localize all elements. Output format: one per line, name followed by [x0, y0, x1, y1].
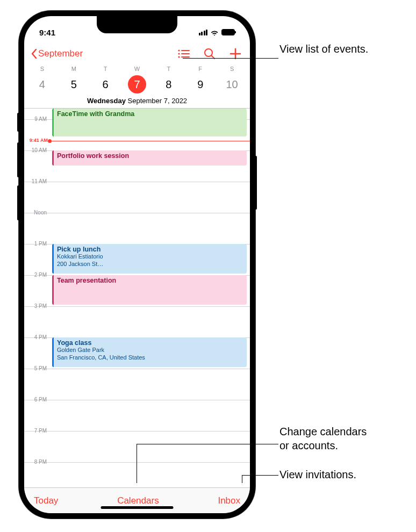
hour-label: Noon	[24, 210, 50, 215]
side-button-volume-down	[17, 185, 19, 220]
day-number[interactable]: 7	[128, 75, 146, 94]
hour-row: Noon	[24, 213, 250, 244]
battery-icon	[221, 29, 235, 35]
hour-label: 9 AM	[24, 116, 50, 122]
calendars-button[interactable]: Calendars	[117, 495, 159, 506]
side-button-mute	[17, 113, 19, 132]
toolbar: Today Calendars Inbox	[24, 487, 250, 513]
hour-label: 2 PM	[24, 272, 50, 278]
event-subtitle: 200 Jackson St…	[57, 261, 243, 268]
svg-rect-1	[181, 50, 190, 51]
day-number[interactable]: 5	[64, 75, 83, 94]
event-subtitle: San Francisco, CA, United States	[57, 354, 243, 362]
callout-line	[137, 444, 137, 483]
notch	[97, 16, 177, 33]
weekday-letter: T	[153, 66, 184, 75]
svg-rect-3	[181, 53, 190, 54]
day-number[interactable]: 6	[96, 75, 114, 94]
callout-line	[183, 58, 278, 59]
svg-rect-5	[181, 56, 190, 57]
calendar-event[interactable]: Portfolio work session	[52, 150, 247, 166]
current-time-indicator: 9:41 AM	[50, 141, 250, 141]
side-button-power	[255, 156, 257, 210]
event-subtitle: Kokkari Estiatorio	[57, 253, 243, 261]
hour-label: 10 AM	[24, 147, 50, 153]
hour-row: 6 PM	[24, 400, 250, 431]
event-subtitle: Golden Gate Park	[57, 347, 243, 354]
calendar-event[interactable]: FaceTime with Grandma	[52, 109, 247, 136]
hour-label: 5 PM	[24, 365, 50, 371]
calendar-event[interactable]: Pick up lunchKokkari Estiatorio200 Jacks…	[52, 244, 247, 274]
callout-calendars: Change calendars or accounts.	[279, 425, 367, 452]
hour-label: 7 PM	[24, 428, 50, 434]
list-icon	[178, 49, 190, 59]
callout-list: View list of events.	[279, 42, 368, 56]
weekday-letter: S	[26, 66, 58, 75]
hour-row: 5 PM	[24, 369, 250, 400]
weekday-letter: S	[216, 66, 248, 75]
today-button[interactable]: Today	[34, 495, 58, 506]
event-title: Yoga class	[57, 339, 243, 347]
home-indicator[interactable]	[101, 506, 174, 509]
current-time-label: 9:41 AM	[24, 138, 48, 143]
hour-row: 8 PM	[24, 462, 250, 487]
event-title: Team presentation	[57, 277, 243, 284]
wifi-icon	[210, 28, 219, 37]
event-title: Pick up lunch	[57, 246, 243, 253]
back-button[interactable]: September	[31, 48, 83, 59]
hour-label: 11 AM	[24, 178, 50, 184]
screen: 9:41 September	[24, 16, 250, 513]
weekday-letter: F	[184, 66, 216, 75]
calendar-event[interactable]: Yoga classGolden Gate ParkSan Francisco,…	[52, 337, 247, 367]
side-button-volume-up	[17, 142, 19, 177]
inbox-button[interactable]: Inbox	[218, 495, 240, 506]
svg-point-4	[178, 56, 180, 57]
hour-row: 7 PM	[24, 431, 250, 462]
callout-line	[242, 475, 278, 476]
event-title: FaceTime with Grandma	[57, 110, 243, 118]
status-icons	[199, 28, 235, 37]
hour-label: 1 PM	[24, 241, 50, 247]
weekday-letter: T	[90, 66, 121, 75]
day-number[interactable]: 9	[191, 75, 210, 94]
list-view-button[interactable]	[178, 49, 190, 59]
day-number[interactable]: 10	[223, 75, 241, 94]
hour-row: 3 PM	[24, 306, 250, 337]
svg-point-0	[178, 49, 180, 51]
status-time: 9:41	[39, 28, 55, 37]
hour-row: 11 AM	[24, 182, 250, 213]
calendar-event[interactable]: Team presentation	[52, 275, 247, 305]
callout-line	[137, 444, 278, 444]
day-timeline[interactable]: 9 AM10 AM11 AMNoon1 PM2 PM3 PM4 PM5 PM6 …	[24, 109, 250, 487]
nav-bar: September	[24, 42, 250, 66]
hour-label: 8 PM	[24, 459, 50, 465]
event-title: Portfolio work session	[57, 152, 243, 160]
back-label: September	[38, 48, 83, 59]
day-number[interactable]: 8	[160, 75, 178, 94]
hour-label: 6 PM	[24, 397, 50, 402]
hour-label: 4 PM	[24, 334, 50, 340]
selected-date-label: Wednesday September 7, 2022	[26, 94, 248, 105]
chevron-left-icon	[31, 48, 37, 59]
hour-label: 3 PM	[24, 303, 50, 309]
weekday-letter: M	[58, 66, 90, 75]
day-number[interactable]: 4	[33, 75, 51, 94]
svg-point-2	[178, 53, 180, 54]
phone-frame: 9:41 September	[19, 11, 255, 519]
week-header: SMTWTFS 45678910 Wednesday September 7, …	[24, 66, 250, 108]
weekday-letter: W	[121, 66, 153, 75]
callout-inbox: View invitations.	[279, 468, 356, 481]
callout-line	[242, 475, 242, 483]
cellular-icon	[199, 30, 208, 35]
